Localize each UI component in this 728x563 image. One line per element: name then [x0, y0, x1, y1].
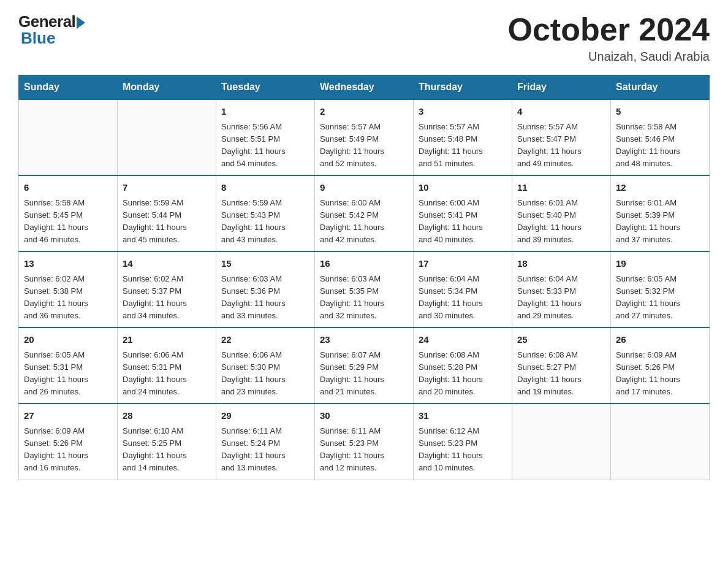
calendar-cell — [19, 99, 118, 175]
calendar-cell: 29Sunrise: 6:11 AMSunset: 5:24 PMDayligh… — [216, 404, 315, 480]
day-number: 31 — [419, 409, 507, 423]
day-number: 30 — [320, 409, 408, 423]
column-header-saturday: Saturday — [611, 75, 710, 100]
page-header: General Blue October 2024 Unaizah, Saudi… — [18, 12, 710, 64]
day-info: Sunrise: 6:09 AMSunset: 5:26 PMDaylight:… — [616, 349, 704, 399]
day-number: 8 — [221, 181, 309, 195]
calendar-cell — [118, 99, 216, 175]
day-info: Sunrise: 5:59 AMSunset: 5:44 PMDaylight:… — [123, 197, 211, 247]
day-info: Sunrise: 5:57 AMSunset: 5:47 PMDaylight:… — [517, 121, 605, 170]
day-info: Sunrise: 5:58 AMSunset: 5:46 PMDaylight:… — [616, 121, 704, 170]
day-number: 11 — [517, 181, 605, 195]
day-number: 1 — [221, 105, 309, 119]
day-number: 16 — [320, 257, 408, 271]
day-info: Sunrise: 6:06 AMSunset: 5:31 PMDaylight:… — [123, 349, 211, 399]
calendar-cell: 4Sunrise: 5:57 AMSunset: 5:47 PMDaylight… — [512, 99, 611, 175]
day-number: 17 — [419, 257, 507, 271]
calendar-cell: 27Sunrise: 6:09 AMSunset: 5:26 PMDayligh… — [19, 404, 118, 480]
day-info: Sunrise: 6:02 AMSunset: 5:37 PMDaylight:… — [123, 273, 211, 323]
calendar-cell: 30Sunrise: 6:11 AMSunset: 5:23 PMDayligh… — [315, 404, 414, 480]
calendar-cell: 17Sunrise: 6:04 AMSunset: 5:34 PMDayligh… — [414, 251, 512, 327]
day-info: Sunrise: 6:00 AMSunset: 5:41 PMDaylight:… — [419, 197, 507, 247]
month-title: October 2024 — [508, 12, 710, 47]
calendar-cell: 2Sunrise: 5:57 AMSunset: 5:49 PMDaylight… — [315, 99, 414, 175]
calendar-cell: 31Sunrise: 6:12 AMSunset: 5:23 PMDayligh… — [414, 404, 512, 480]
calendar-cell: 11Sunrise: 6:01 AMSunset: 5:40 PMDayligh… — [512, 175, 611, 251]
day-number: 23 — [320, 333, 408, 347]
day-info: Sunrise: 6:08 AMSunset: 5:28 PMDaylight:… — [419, 349, 507, 399]
location-subtitle: Unaizah, Saudi Arabia — [508, 50, 710, 64]
calendar-table: SundayMondayTuesdayWednesdayThursdayFrid… — [18, 75, 710, 480]
day-number: 20 — [24, 333, 112, 347]
day-info: Sunrise: 6:03 AMSunset: 5:35 PMDaylight:… — [320, 273, 408, 323]
day-info: Sunrise: 5:57 AMSunset: 5:49 PMDaylight:… — [320, 121, 408, 170]
calendar-week-5: 27Sunrise: 6:09 AMSunset: 5:26 PMDayligh… — [19, 404, 710, 480]
day-info: Sunrise: 5:59 AMSunset: 5:43 PMDaylight:… — [221, 197, 309, 247]
logo-blue-text: Blue — [21, 29, 55, 48]
calendar-cell: 25Sunrise: 6:08 AMSunset: 5:27 PMDayligh… — [512, 327, 611, 404]
day-number: 14 — [123, 257, 211, 271]
day-info: Sunrise: 5:57 AMSunset: 5:48 PMDaylight:… — [419, 121, 507, 170]
day-info: Sunrise: 6:03 AMSunset: 5:36 PMDaylight:… — [221, 273, 309, 323]
calendar-cell: 12Sunrise: 6:01 AMSunset: 5:39 PMDayligh… — [611, 175, 710, 251]
calendar-week-2: 6Sunrise: 5:58 AMSunset: 5:45 PMDaylight… — [19, 175, 710, 251]
calendar-cell: 16Sunrise: 6:03 AMSunset: 5:35 PMDayligh… — [315, 251, 414, 327]
column-header-monday: Monday — [118, 75, 216, 100]
day-number: 10 — [419, 181, 507, 195]
day-number: 26 — [616, 333, 704, 347]
day-number: 5 — [616, 105, 704, 119]
day-number: 4 — [517, 105, 605, 119]
calendar-cell: 9Sunrise: 6:00 AMSunset: 5:42 PMDaylight… — [315, 175, 414, 251]
calendar-cell: 28Sunrise: 6:10 AMSunset: 5:25 PMDayligh… — [118, 404, 216, 480]
calendar-cell: 24Sunrise: 6:08 AMSunset: 5:28 PMDayligh… — [414, 327, 512, 404]
day-info: Sunrise: 6:11 AMSunset: 5:23 PMDaylight:… — [320, 425, 408, 475]
day-info: Sunrise: 6:07 AMSunset: 5:29 PMDaylight:… — [320, 349, 408, 399]
day-info: Sunrise: 6:09 AMSunset: 5:26 PMDaylight:… — [24, 425, 112, 475]
day-number: 28 — [123, 409, 211, 423]
calendar-cell: 3Sunrise: 5:57 AMSunset: 5:48 PMDaylight… — [414, 99, 512, 175]
day-number: 12 — [616, 181, 704, 195]
day-info: Sunrise: 6:11 AMSunset: 5:24 PMDaylight:… — [221, 425, 309, 475]
day-info: Sunrise: 6:05 AMSunset: 5:31 PMDaylight:… — [24, 349, 112, 399]
calendar-cell: 6Sunrise: 5:58 AMSunset: 5:45 PMDaylight… — [19, 175, 118, 251]
day-number: 21 — [123, 333, 211, 347]
day-number: 13 — [24, 257, 112, 271]
calendar-cell: 13Sunrise: 6:02 AMSunset: 5:38 PMDayligh… — [19, 251, 118, 327]
column-header-tuesday: Tuesday — [216, 75, 315, 100]
calendar-cell: 5Sunrise: 5:58 AMSunset: 5:46 PMDaylight… — [611, 99, 710, 175]
logo: General Blue — [18, 12, 85, 48]
logo-arrow-icon — [77, 17, 85, 29]
calendar-cell: 23Sunrise: 6:07 AMSunset: 5:29 PMDayligh… — [315, 327, 414, 404]
column-header-sunday: Sunday — [19, 75, 118, 100]
day-info: Sunrise: 6:06 AMSunset: 5:30 PMDaylight:… — [221, 349, 309, 399]
day-number: 2 — [320, 105, 408, 119]
calendar-cell — [611, 404, 710, 480]
day-info: Sunrise: 6:10 AMSunset: 5:25 PMDaylight:… — [123, 425, 211, 475]
calendar-cell: 26Sunrise: 6:09 AMSunset: 5:26 PMDayligh… — [611, 327, 710, 404]
day-number: 18 — [517, 257, 605, 271]
calendar-header-row: SundayMondayTuesdayWednesdayThursdayFrid… — [19, 75, 710, 100]
day-info: Sunrise: 5:56 AMSunset: 5:51 PMDaylight:… — [221, 121, 309, 170]
calendar-cell: 14Sunrise: 6:02 AMSunset: 5:37 PMDayligh… — [118, 251, 216, 327]
calendar-cell: 7Sunrise: 5:59 AMSunset: 5:44 PMDaylight… — [118, 175, 216, 251]
calendar-week-3: 13Sunrise: 6:02 AMSunset: 5:38 PMDayligh… — [19, 251, 710, 327]
day-number: 24 — [419, 333, 507, 347]
day-info: Sunrise: 6:01 AMSunset: 5:40 PMDaylight:… — [517, 197, 605, 247]
day-number: 3 — [419, 105, 507, 119]
day-number: 27 — [24, 409, 112, 423]
calendar-cell: 21Sunrise: 6:06 AMSunset: 5:31 PMDayligh… — [118, 327, 216, 404]
day-number: 15 — [221, 257, 309, 271]
column-header-wednesday: Wednesday — [315, 75, 414, 100]
day-info: Sunrise: 6:04 AMSunset: 5:34 PMDaylight:… — [419, 273, 507, 323]
day-number: 22 — [221, 333, 309, 347]
calendar-cell: 15Sunrise: 6:03 AMSunset: 5:36 PMDayligh… — [216, 251, 315, 327]
day-info: Sunrise: 6:05 AMSunset: 5:32 PMDaylight:… — [616, 273, 704, 323]
day-info: Sunrise: 6:12 AMSunset: 5:23 PMDaylight:… — [419, 425, 507, 475]
title-block: October 2024 Unaizah, Saudi Arabia — [508, 12, 710, 64]
day-info: Sunrise: 6:02 AMSunset: 5:38 PMDaylight:… — [24, 273, 112, 323]
day-info: Sunrise: 6:08 AMSunset: 5:27 PMDaylight:… — [517, 349, 605, 399]
day-number: 6 — [24, 181, 112, 195]
column-header-friday: Friday — [512, 75, 611, 100]
day-info: Sunrise: 5:58 AMSunset: 5:45 PMDaylight:… — [24, 197, 112, 247]
day-number: 25 — [517, 333, 605, 347]
